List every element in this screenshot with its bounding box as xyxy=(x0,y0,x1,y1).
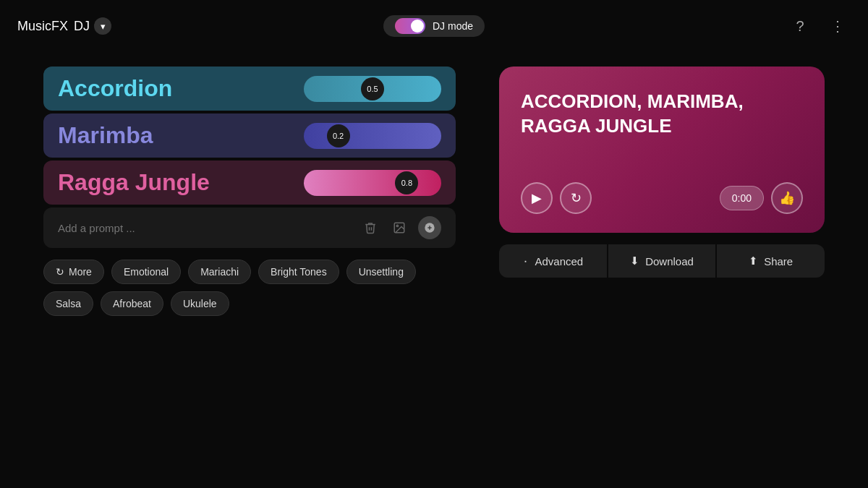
header-actions: ? ⋮ xyxy=(787,13,851,39)
playback-controls: ▶ ↻ xyxy=(521,182,592,214)
dj-mode-label: DJ mode xyxy=(433,20,473,32)
advanced-button[interactable]: ⬝ Advanced xyxy=(499,244,607,278)
share-icon: ⬆ xyxy=(749,254,758,267)
mode-label: DJ xyxy=(74,19,90,34)
refresh-chip-icon: ↻ xyxy=(56,266,64,278)
card-right-controls: 0:00 👍 xyxy=(720,182,803,214)
accordion-slider-knob: 0.5 xyxy=(361,77,384,100)
instrument-name-ragga: Ragga Jungle xyxy=(58,169,210,196)
main-content: Accordion 0.5 Marimba 0.2 Ragga Jungle 0… xyxy=(0,52,868,330)
marimba-slider[interactable]: 0.2 xyxy=(304,123,441,149)
chevron-down-icon: ▾ xyxy=(101,21,106,32)
instrument-row-ragga: Ragga Jungle 0.8 xyxy=(43,160,456,205)
time-display: 0:00 xyxy=(720,186,764,210)
more-options-button[interactable]: ⋮ xyxy=(825,13,851,39)
mode-dropdown-button[interactable]: ▾ xyxy=(94,17,111,35)
chip-emotional[interactable]: Emotional xyxy=(111,260,181,284)
download-button[interactable]: ⬇ Download xyxy=(608,244,716,278)
dj-mode-toggle[interactable] xyxy=(395,18,425,34)
delete-icon[interactable] xyxy=(360,218,380,238)
prompt-input[interactable] xyxy=(58,222,360,234)
advanced-label: Advanced xyxy=(535,255,583,267)
music-card-title: ACCORDION, MARIMBA, RAGGA JUNGLE xyxy=(521,90,803,139)
chip-label: Salsa xyxy=(56,298,81,309)
chip-ukulele[interactable]: Ukulele xyxy=(171,291,229,316)
like-button[interactable]: 👍 xyxy=(771,182,803,214)
chip-afrobeat[interactable]: Afrobeat xyxy=(101,291,163,316)
svg-point-1 xyxy=(396,225,398,226)
download-label: Download xyxy=(645,255,694,267)
sliders-icon: ⬝ xyxy=(522,255,529,267)
help-button[interactable]: ? xyxy=(787,13,813,39)
instrument-name-accordion: Accordion xyxy=(58,75,172,102)
ragga-slider[interactable]: 0.8 xyxy=(304,170,441,196)
chip-label: Unsettling xyxy=(359,266,404,278)
marimba-slider-knob: 0.2 xyxy=(327,124,350,147)
left-panel: Accordion 0.5 Marimba 0.2 Ragga Jungle 0… xyxy=(43,67,456,316)
chip-salsa[interactable]: Salsa xyxy=(43,291,93,316)
send-button[interactable] xyxy=(418,216,441,239)
instrument-name-marimba: Marimba xyxy=(58,122,153,149)
prompt-action-icons xyxy=(360,216,441,239)
chip-label: Ukulele xyxy=(183,298,217,309)
marimba-slider-value: 0.2 xyxy=(333,132,344,140)
prompt-area xyxy=(43,207,456,248)
ragga-slider-value: 0.8 xyxy=(401,179,412,187)
toggle-knob xyxy=(411,20,424,33)
music-card: ACCORDION, MARIMBA, RAGGA JUNGLE ▶ ↻ 0:0… xyxy=(499,67,825,233)
music-card-controls: ▶ ↻ 0:00 👍 xyxy=(521,182,803,214)
instrument-row-marimba: Marimba 0.2 xyxy=(43,114,456,158)
chip-label: Afrobeat xyxy=(113,298,151,309)
share-button[interactable]: ⬆ Share xyxy=(717,244,825,278)
app-header: MusicFX DJ ▾ DJ mode ? ⋮ xyxy=(0,0,868,52)
accordion-slider[interactable]: 0.5 xyxy=(304,76,441,102)
play-icon: ▶ xyxy=(532,190,542,206)
chips-container: ↻MoreEmotionalMariachiBright TonesUnsett… xyxy=(43,260,456,316)
right-panel: ACCORDION, MARIMBA, RAGGA JUNGLE ▶ ↻ 0:0… xyxy=(499,67,825,278)
chip-label: Mariachi xyxy=(200,266,239,278)
app-name: MusicFX xyxy=(17,19,68,34)
chip-label: Emotional xyxy=(124,266,169,278)
action-bar: ⬝ Advanced ⬇ Download ⬆ Share xyxy=(499,244,825,278)
chip-label: Bright Tones xyxy=(271,266,327,278)
help-icon: ? xyxy=(796,18,804,35)
chip-label: More xyxy=(69,266,92,278)
chip-bright-tones[interactable]: Bright Tones xyxy=(258,260,339,284)
accordion-slider-value: 0.5 xyxy=(367,85,378,93)
play-button[interactable]: ▶ xyxy=(521,182,553,214)
image-icon[interactable] xyxy=(389,218,409,238)
share-label: Share xyxy=(764,255,793,267)
instrument-row-accordion: Accordion 0.5 xyxy=(43,67,456,111)
more-icon: ⋮ xyxy=(830,17,845,35)
download-icon: ⬇ xyxy=(630,254,639,267)
refresh-icon: ↻ xyxy=(571,190,582,206)
thumbs-up-icon: 👍 xyxy=(779,190,795,206)
chip-more[interactable]: ↻More xyxy=(43,260,104,284)
chip-mariachi[interactable]: Mariachi xyxy=(188,260,251,284)
ragga-slider-knob: 0.8 xyxy=(395,171,418,194)
chip-unsettling[interactable]: Unsettling xyxy=(346,260,416,284)
dj-mode-toggle-container: DJ mode xyxy=(383,15,485,37)
refresh-button[interactable]: ↻ xyxy=(560,182,592,214)
